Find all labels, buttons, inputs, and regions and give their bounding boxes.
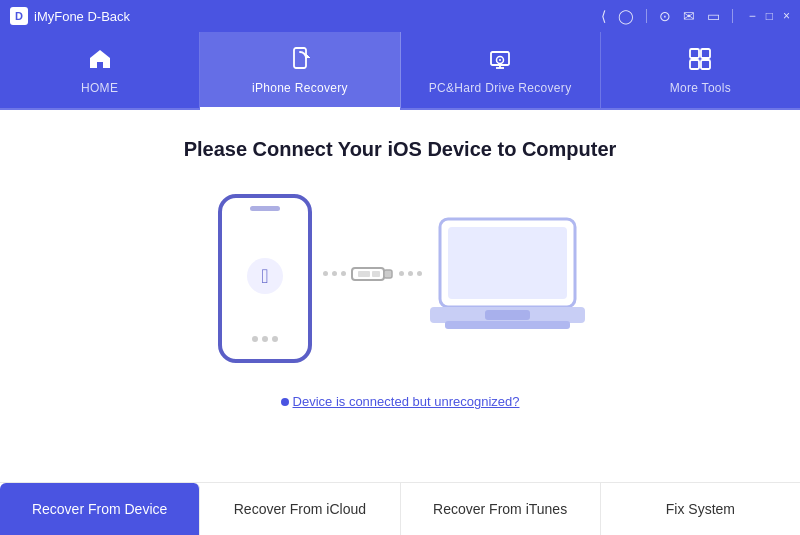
svg-text::  [261, 265, 268, 287]
tab-recover-icloud[interactable]: Recover From iCloud [200, 483, 400, 535]
help-link[interactable]: Device is connected but unrecognized? [281, 394, 520, 409]
nav-item-home[interactable]: HOME [0, 32, 200, 108]
nav-label-more-tools: More Tools [670, 81, 731, 95]
svg-rect-7 [701, 49, 710, 58]
cable-dot [399, 271, 404, 276]
svg-rect-8 [690, 60, 699, 69]
divider [646, 9, 647, 23]
svg-rect-11 [250, 206, 280, 211]
maximize-button[interactable]: □ [766, 9, 773, 23]
nav-label-pc-drive-recovery: PC&Hard Drive Recovery [429, 81, 572, 95]
svg-rect-25 [485, 310, 530, 320]
phone-illustration:  [215, 191, 315, 366]
svg-rect-6 [690, 49, 699, 58]
svg-rect-0 [294, 48, 306, 68]
cable-dot [332, 271, 337, 276]
cable-dot [408, 271, 413, 276]
svg-rect-24 [445, 321, 570, 329]
help-link-text: Device is connected but unrecognized? [293, 394, 520, 409]
nav-label-home: HOME [81, 81, 118, 95]
help-dot-icon [281, 398, 289, 406]
bottom-tabs: Recover From Device Recover From iCloud … [0, 482, 800, 535]
svg-point-14 [252, 336, 258, 342]
svg-rect-18 [358, 271, 370, 277]
user-icon[interactable]: ◯ [618, 8, 634, 24]
nav-item-iphone-recovery[interactable]: iPhone Recovery [200, 32, 400, 108]
nav-bar: HOME iPhone Recovery PC&Hard Drive Recov… [0, 32, 800, 110]
svg-rect-9 [701, 60, 710, 69]
svg-point-16 [272, 336, 278, 342]
cable-dot [323, 271, 328, 276]
svg-point-15 [262, 336, 268, 342]
close-button[interactable]: × [783, 9, 790, 23]
illustration:  [215, 191, 585, 366]
app-title: iMyFone D-Back [34, 9, 130, 24]
window-icon[interactable]: ▭ [707, 8, 720, 24]
nav-label-iphone-recovery: iPhone Recovery [252, 81, 348, 95]
nav-item-more-tools[interactable]: More Tools [601, 32, 800, 108]
connect-title: Please Connect Your iOS Device to Comput… [184, 138, 617, 161]
tab-recover-itunes[interactable]: Recover From iTunes [401, 483, 601, 535]
laptop-illustration [430, 214, 585, 344]
share-icon[interactable]: ⟨ [601, 8, 606, 24]
window-controls: − □ × [749, 9, 790, 23]
email-icon[interactable]: ✉ [683, 8, 695, 24]
cable-dot [341, 271, 346, 276]
svg-point-3 [499, 59, 501, 61]
cable-area [323, 260, 422, 288]
tab-recover-device[interactable]: Recover From Device [0, 483, 200, 535]
pc-drive-icon [487, 46, 513, 76]
home-icon [87, 46, 113, 76]
settings-icon[interactable]: ⊙ [659, 8, 671, 24]
title-bar-right: ⟨ ◯ ⊙ ✉ ▭ − □ × [601, 8, 790, 24]
more-tools-icon [687, 46, 713, 76]
svg-rect-20 [384, 270, 392, 278]
svg-rect-19 [372, 271, 380, 277]
svg-rect-22 [448, 227, 567, 299]
usb-plug-icon [350, 260, 395, 288]
title-bar-left: D iMyFone D-Back [10, 7, 130, 25]
main-content: Please Connect Your iOS Device to Comput… [0, 110, 800, 535]
title-bar: D iMyFone D-Back ⟨ ◯ ⊙ ✉ ▭ − □ × [0, 0, 800, 32]
iphone-recovery-icon [287, 46, 313, 76]
divider2 [732, 9, 733, 23]
cable-dot [417, 271, 422, 276]
nav-item-pc-drive-recovery[interactable]: PC&Hard Drive Recovery [401, 32, 601, 108]
app-logo: D [10, 7, 28, 25]
tab-fix-system[interactable]: Fix System [601, 483, 800, 535]
minimize-button[interactable]: − [749, 9, 756, 23]
